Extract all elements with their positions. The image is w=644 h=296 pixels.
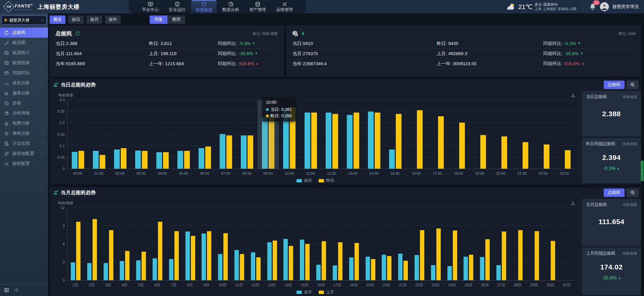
plot-area: 036912 — [67, 208, 575, 281]
summary-cards-row: 总能耗单位: 吨标准煤当日:2.388昨日: 3.812同期环比:-0.3%▼当… — [50, 26, 642, 77]
bar-group-31日 — [558, 208, 575, 280]
panel-button-总能耗[interactable]: 总能耗 — [604, 188, 625, 197]
x-tick-label: 2日 — [84, 283, 100, 288]
sidebar-item-抄表[interactable]: 抄表 — [0, 98, 48, 108]
bar-group-1日 — [67, 208, 84, 280]
legend-item-昨日[interactable]: 昨日 — [319, 178, 334, 183]
notifications-button[interactable]: 11 — [589, 3, 596, 10]
x-tick-label: 17:00 — [427, 171, 448, 175]
legend-item-当日[interactable]: 当日 — [297, 178, 312, 183]
bar-group-11日 — [231, 208, 248, 280]
sidebar-item-同期对比[interactable]: 同期对比 — [0, 68, 48, 78]
monthly-trend-panel: 当月总能耗趋势 总能耗电 吨标准煤0369121日2日3日4日5日6日7日8日9… — [50, 187, 642, 296]
bar — [535, 231, 539, 280]
tab-按月[interactable]: 按月 — [87, 15, 102, 24]
sidebar-item-偏差分析[interactable]: 偏差分析 — [0, 88, 48, 98]
bar-group-13日 — [264, 208, 280, 280]
bar-group-7日 — [166, 208, 182, 280]
sidebar-item-总能耗[interactable]: 总能耗 — [0, 28, 48, 38]
panel-button-电[interactable]: 电 — [627, 188, 639, 197]
trend-chart-icon — [53, 190, 58, 196]
indent-list-icon[interactable] — [14, 288, 19, 293]
nav-item-资产管理[interactable]: 资产管理 — [245, 0, 270, 13]
summary-row: 当年:22687349.4上一年: 3009119.55同期环比:918.6%▲ — [292, 58, 636, 69]
monthly-panel-body: 吨标准煤0369121日2日3日4日5日6日7日8日9日10日11日12日13日… — [50, 198, 642, 296]
tab-概览[interactable]: 概览 — [50, 15, 65, 24]
bar — [338, 242, 342, 280]
x-tick-label: 11日 — [231, 283, 247, 288]
bar — [289, 246, 293, 280]
toolbar: 概览按日按月按年 用量费用 — [50, 13, 642, 26]
bar — [220, 134, 225, 169]
daily-panel-title: 当日总能耗趋势 — [61, 82, 96, 88]
bar-group-00:00 — [67, 100, 89, 169]
nav-item-智慧能源[interactable]: 智慧能源 — [191, 0, 217, 13]
building-selector[interactable]: 丽婴房大楼 — [1, 15, 47, 25]
summary-row: 当年:9165.689上一年: 1215.684同期环比:918.6%▲ — [56, 58, 278, 69]
ratio-label: 同期环比: — [543, 61, 563, 67]
bar — [518, 230, 523, 280]
sidebar-item-能源统计[interactable]: 能源统计 — [0, 48, 48, 58]
tab-按日[interactable]: 按日 — [68, 15, 84, 24]
nav-item-安全运行[interactable]: 安全运行 — [164, 0, 190, 13]
bar — [326, 113, 331, 169]
sidebar-item-能耗配置[interactable]: 能耗配置 — [0, 159, 48, 169]
ratio-label: 同期环比: — [218, 51, 237, 57]
chart-legend: 当日昨日 — [50, 178, 581, 183]
tab-按年[interactable]: 按年 — [105, 15, 121, 24]
mode-tab-费用[interactable]: 费用 — [167, 15, 185, 24]
sidebar-item-计划实绩[interactable]: 计划实绩 — [0, 138, 48, 149]
sidebar-item-电费分析[interactable]: 电费分析 — [0, 118, 48, 128]
x-tick-label: 01:00 — [88, 171, 109, 175]
y-tick-label: 0.2 — [60, 121, 65, 125]
chevron-icon — [41, 152, 44, 155]
tooltip-row: 昨日: 0.268 — [266, 113, 292, 119]
legend-item-当月[interactable]: 当月 — [297, 289, 312, 295]
x-tick-label: 25日 — [460, 283, 477, 288]
nav-item-label: 智慧能源 — [196, 8, 212, 12]
sidebar-item-单耗分析[interactable]: 单耗分析 — [0, 128, 48, 138]
legend-swatch — [319, 291, 324, 294]
bar — [142, 252, 146, 280]
bar — [447, 266, 452, 280]
bar-group-05:00 — [173, 100, 194, 169]
bar-group-08:00 — [236, 100, 258, 169]
legend-item-上月[interactable]: 上月 — [319, 289, 334, 295]
bar — [158, 222, 162, 280]
bar — [153, 258, 157, 280]
bar-group-19:00 — [469, 100, 490, 169]
summary-current-value: 当月:276375 — [292, 51, 437, 57]
sidebar-item-排名分析[interactable]: 排名分析 — [0, 78, 48, 88]
download-icon[interactable] — [571, 93, 576, 98]
ratio-value: -0.3% — [239, 41, 251, 46]
ratio-cell: 同期环比:-35.8%▼ — [543, 51, 636, 57]
sidebar-item-碳排放配置[interactable]: 碳排放配置 — [0, 149, 48, 159]
dots-grid-icon[interactable] — [4, 288, 9, 293]
panel-button-电[interactable]: 电 — [627, 81, 639, 89]
bar — [417, 110, 423, 169]
bar — [207, 231, 211, 280]
nav-item-label: 安全运行 — [169, 8, 185, 12]
bar — [354, 113, 359, 169]
nav-item-数据分析[interactable]: 数据分析 — [218, 0, 244, 13]
nav-item-运维管理[interactable]: 运维管理 — [272, 0, 297, 13]
sidebar-item-能源报表[interactable]: 能源报表 — [0, 58, 48, 68]
sidebar-item-能流图[interactable]: 能流图 — [0, 38, 48, 48]
scrollbar-track[interactable] — [641, 13, 644, 296]
download-icon[interactable] — [571, 201, 576, 206]
stat-card-delta: -0.3% ▼ — [586, 166, 637, 171]
stat-card-header: 当月总能耗吨标准煤 — [586, 202, 637, 208]
bar — [93, 151, 99, 169]
sidebar-item-分时用电[interactable]: 分时用电 — [0, 108, 48, 118]
bar — [273, 241, 277, 280]
avatar[interactable] — [600, 2, 609, 11]
scrollbar-thumb[interactable] — [641, 161, 644, 181]
company-logo: 凡特 FANTE® — [5, 3, 33, 11]
mode-tab-用量[interactable]: 用量 — [150, 15, 167, 24]
x-tick-label: 27日 — [493, 283, 509, 288]
legend-label: 上月 — [326, 289, 334, 295]
user-avatar-icon — [600, 2, 609, 11]
y-tick-label: 0.25 — [58, 109, 65, 113]
nav-item-平台中心[interactable]: 平台中心 — [138, 0, 163, 13]
panel-button-总能耗[interactable]: 总能耗 — [604, 81, 625, 89]
